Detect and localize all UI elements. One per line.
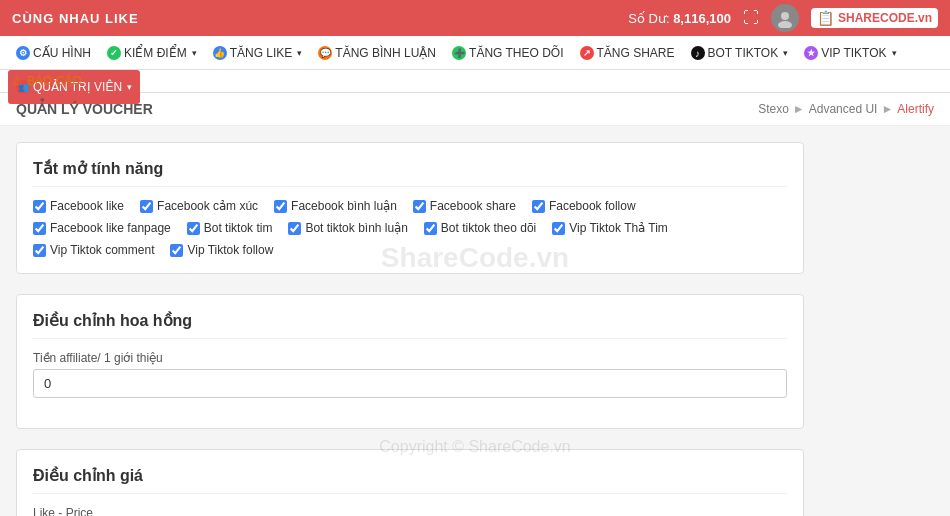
- checkbox-fb-like[interactable]: [33, 200, 46, 213]
- checkbox-bot-tiktok-binhluan[interactable]: [288, 222, 301, 235]
- page-header: QUẢN LÝ VOUCHER Stexo ► Advanced UI ► Al…: [0, 93, 950, 126]
- toggle-vip-tiktok-thatim[interactable]: Vip Tiktok Thả Tim: [552, 221, 668, 235]
- toggle-fb-like-fanpage[interactable]: Facebook like fanpage: [33, 221, 171, 235]
- tanglike-icon: 👍: [213, 46, 227, 60]
- checkbox-bot-tiktok-tim[interactable]: [187, 222, 200, 235]
- checkbox-vip-tiktok-follow[interactable]: [170, 244, 183, 257]
- commission-title: Điều chỉnh hoa hồng: [33, 311, 787, 339]
- checkbox-fb-binhluan[interactable]: [274, 200, 287, 213]
- alert-icon: ⚠: [12, 74, 23, 88]
- price-section: Điều chỉnh giá Like - Price Like - Earn …: [16, 449, 804, 516]
- nav-bottiktok[interactable]: ♪ BOT TIKTOK ▾: [683, 36, 797, 70]
- toggle-fb-camxuc[interactable]: Facebook cảm xúc: [140, 199, 258, 213]
- commission-section: Điều chỉnh hoa hồng Tiền affiliate/ 1 gi…: [16, 294, 804, 429]
- checkbox-fb-share[interactable]: [413, 200, 426, 213]
- breadcrumb-advancedui: Advanced UI: [809, 102, 878, 116]
- bottiktok-icon: ♪: [691, 46, 705, 60]
- nav-tangbinhluan[interactable]: 💬 TĂNG BÌNH LUẬN: [310, 36, 444, 70]
- tangtheodoi-icon: ➕: [452, 46, 466, 60]
- price-title: Điều chỉnh giá: [33, 466, 787, 494]
- toggle-fb-follow[interactable]: Facebook follow: [532, 199, 636, 213]
- toggle-bot-tiktok-binhluan[interactable]: Bot tiktok bình luận: [288, 221, 407, 235]
- brand-name: CÙNG NHAU LIKE: [12, 11, 139, 26]
- expand-icon[interactable]: ⛶: [743, 9, 759, 27]
- affiliate-label: Tiền affiliate/ 1 giới thiệu: [33, 351, 787, 365]
- top-nav-right: Số Dư: 8,116,100 ⛶ 📋 SHARECODE.vn: [628, 4, 938, 32]
- top-navbar: CÙNG NHAU LIKE Số Dư: 8,116,100 ⛶ 📋 SHAR…: [0, 0, 950, 36]
- like-price-group: Like - Price: [33, 506, 787, 516]
- nav-kiemdiem[interactable]: ✓ KIỂM ĐIỂM ▾: [99, 36, 205, 70]
- svg-point-1: [778, 21, 792, 28]
- affiliate-group: Tiền affiliate/ 1 giới thiệu: [33, 351, 787, 398]
- page-title: QUẢN LÝ VOUCHER: [16, 101, 153, 117]
- breadcrumb-current: Alertify: [897, 102, 934, 116]
- checkbox-vip-tiktok-thatim[interactable]: [552, 222, 565, 235]
- checkbox-vip-tiktok-comment[interactable]: [33, 244, 46, 257]
- toggle-bot-tiktok-theodoi[interactable]: Bot tiktok theo dõi: [424, 221, 536, 235]
- breadcrumb-stexo: Stexo: [758, 102, 789, 116]
- breadcrumb: Stexo ► Advanced UI ► Alertify: [758, 102, 934, 116]
- nav-tangtheodoi[interactable]: ➕ TĂNG THEO DÕI: [444, 36, 571, 70]
- avatar[interactable]: [771, 4, 799, 32]
- nav-tangshare[interactable]: ↗ TĂNG SHARE: [572, 36, 683, 70]
- features-section: Tắt mở tính năng Facebook like Facebook …: [16, 142, 804, 274]
- nav-tanglike[interactable]: 👍 TĂNG LIKE ▾: [205, 36, 311, 70]
- features-title: Tắt mở tính năng: [33, 159, 787, 187]
- tangshare-icon: ↗: [580, 46, 594, 60]
- toggle-grid: Facebook like Facebook cảm xúc Facebook …: [33, 199, 787, 257]
- affiliate-input[interactable]: [33, 369, 787, 398]
- toggle-vip-tiktok-comment[interactable]: Vip Tiktok comment: [33, 243, 154, 257]
- toggle-bot-tiktok-tim[interactable]: Bot tiktok tim: [187, 221, 273, 235]
- like-price-label: Like - Price: [33, 506, 787, 516]
- svg-point-0: [781, 12, 789, 20]
- kiemdiem-icon: ✓: [107, 46, 121, 60]
- main-content: Tắt mở tính năng Facebook like Facebook …: [0, 126, 820, 516]
- nav-viptiktok[interactable]: ★ VIP TIKTOK ▾: [796, 36, 904, 70]
- secondary-navbar: ⚙ CẤU HÌNH ✓ KIỂM ĐIỂM ▾ 👍 TĂNG LIKE ▾ 💬…: [0, 36, 950, 70]
- alert-row: ⚠ BÁO CÁO: [0, 70, 950, 93]
- alert-text: BÁO CÁO: [27, 74, 82, 88]
- balance-display: Số Dư: 8,116,100: [628, 11, 731, 26]
- toggle-vip-tiktok-follow[interactable]: Vip Tiktok follow: [170, 243, 273, 257]
- toggle-fb-share[interactable]: Facebook share: [413, 199, 516, 213]
- checkbox-bot-tiktok-theodoi[interactable]: [424, 222, 437, 235]
- toggle-fb-binhluan[interactable]: Facebook bình luận: [274, 199, 397, 213]
- checkbox-fb-camxuc[interactable]: [140, 200, 153, 213]
- nav-cauhinh[interactable]: ⚙ CẤU HÌNH: [8, 36, 99, 70]
- toggle-fb-like[interactable]: Facebook like: [33, 199, 124, 213]
- checkbox-fb-follow[interactable]: [532, 200, 545, 213]
- tangbinhluan-icon: 💬: [318, 46, 332, 60]
- checkbox-fb-like-fanpage[interactable]: [33, 222, 46, 235]
- viptiktok-icon: ★: [804, 46, 818, 60]
- logo-box: 📋 SHARECODE.vn: [811, 8, 938, 28]
- cauhinh-icon: ⚙: [16, 46, 30, 60]
